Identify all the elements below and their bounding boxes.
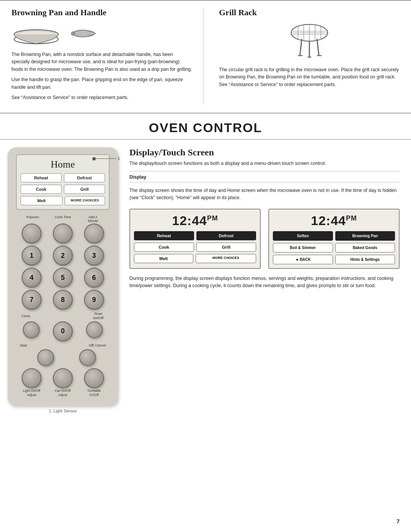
screen2-pm: PM: [346, 214, 357, 222]
cook-time-label: Cook Time: [53, 215, 73, 223]
num-4-btn[interactable]: 4: [22, 268, 41, 288]
home-grill-btn[interactable]: Grill: [64, 185, 105, 194]
screen2-back-btn[interactable]: ◄ BACK: [273, 255, 333, 264]
start-btn[interactable]: [37, 349, 54, 366]
clock-btn[interactable]: [23, 321, 40, 338]
num-0-btn[interactable]: 0: [53, 321, 73, 341]
sensor-line: [96, 158, 116, 159]
home-btn-row-3: Melt MORE CHOICES: [21, 196, 105, 205]
num-5-btn[interactable]: 5: [53, 268, 73, 288]
spacer2: [61, 349, 72, 366]
timer-btn[interactable]: [86, 321, 103, 338]
screen1-time-val: 12:44: [172, 213, 207, 228]
svg-point-3: [71, 32, 75, 35]
screen1-row1: Reheat Defrost: [134, 231, 256, 240]
grill-rack-desc: The circular grill rack is for grilling …: [219, 66, 400, 88]
popcorn-label: Popcorn: [23, 215, 43, 223]
screen2-row3: ◄ BACK Hints & Settings: [273, 255, 395, 264]
display-desc: The display screen shows the time of day…: [129, 187, 400, 202]
screen1-row3: Melt MORE CHOICES: [134, 254, 256, 263]
display-label: Display: [129, 174, 146, 180]
home-more-choices-btn[interactable]: MORE CHOICES: [65, 196, 105, 205]
num-2-btn[interactable]: 2: [53, 246, 73, 265]
off-cancel-label: Off/ Cancel: [89, 343, 106, 348]
grill-rack-illustration: [287, 22, 332, 60]
screen1-defrost-btn[interactable]: Defrost: [196, 231, 256, 240]
home-defrost-btn[interactable]: Defrost: [64, 173, 105, 182]
num-3-btn[interactable]: 3: [84, 246, 104, 265]
display-label-bar: Display: [129, 171, 400, 182]
top-btn-labels: Popcorn Cook Time Add A Minute: [16, 215, 110, 223]
clock-timer-label-row: Clock Timer Set/Off: [16, 312, 110, 320]
browning-pan-desc1: The Browning Pan, with a nonstick surfac…: [11, 51, 192, 73]
screen1-more-btn[interactable]: MORE CHOICES: [196, 254, 256, 263]
screen1-grill-btn[interactable]: Grill: [196, 243, 256, 252]
numpad-section: 1 2 3 4 5 6 7 8 9: [16, 246, 110, 310]
oven-main-content: 1 Home Reheat Defrost Cook Grill Melt MO…: [0, 140, 411, 420]
screen2-soften-btn[interactable]: Soften: [273, 231, 333, 241]
bottom-btn-labels: Light On/Off Adjust Fan On/Off Adjust Tu…: [16, 389, 110, 397]
clock-label: Clock: [18, 314, 33, 318]
num-8-btn[interactable]: 8: [53, 290, 73, 310]
keypad-container: 1 Home Reheat Defrost Cook Grill Melt MO…: [8, 147, 118, 413]
screen2-box: 12:44PM Soften Browning Pan Boil & Simme…: [268, 209, 400, 269]
keypad-footnote: 1. Light Sensor: [8, 409, 118, 413]
screen1-cook-btn[interactable]: Cook: [134, 243, 194, 252]
screen2-row1: Soften Browning Pan: [273, 231, 395, 241]
popcorn-btn[interactable]: [22, 224, 41, 243]
browning-pan-desc3: See “Assistance or Service” to order rep…: [11, 94, 192, 101]
grill-rack-image: [219, 22, 400, 60]
home-btn-row-1: Reheat Defrost: [21, 173, 105, 182]
fan-btn[interactable]: [53, 368, 73, 388]
light-btn[interactable]: [22, 368, 41, 388]
home-reheat-btn[interactable]: Reheat: [21, 173, 62, 182]
grill-rack-title: Grill Rack: [219, 8, 400, 18]
numpad-row-2: 4 5 6: [16, 268, 110, 288]
add-minute-btn[interactable]: [84, 224, 104, 243]
timer-label: Timer Set/Off: [89, 312, 107, 320]
numpad-row-3: 7 8 9: [16, 290, 110, 310]
home-cook-btn[interactable]: Cook: [21, 185, 62, 194]
screens-row: 12:44PM Reheat Defrost Cook Grill Melt M…: [129, 209, 400, 269]
browning-pan-image: [11, 22, 192, 45]
start-label: Start: [20, 343, 27, 347]
add-minute-label: Add A Minute: [83, 215, 103, 223]
screen2-browning-pan-btn[interactable]: Browning Pan: [335, 231, 395, 241]
num-1-btn[interactable]: 1: [22, 246, 41, 265]
oven-control-title: OVEN CONTROL: [0, 113, 411, 140]
svg-line-14: [317, 39, 319, 56]
bottom-round-btn-row: [16, 368, 110, 388]
screen1-row2: Cook Grill: [134, 243, 256, 252]
screen2-boil-simmer-btn[interactable]: Boil & Simmer: [273, 243, 333, 252]
clock-zero-timer-row: 0: [16, 321, 110, 341]
fan-btn-label: Fan On/Off Adjust: [51, 389, 74, 397]
screen1-time: 12:44PM: [134, 213, 256, 228]
screen2-time-val: 12:44: [311, 213, 346, 228]
spacer: [19, 349, 31, 366]
screen1-melt-btn[interactable]: Melt: [134, 254, 193, 263]
display-touch-title: Display/Touch Screen: [129, 147, 400, 158]
turntable-btn[interactable]: [84, 368, 104, 388]
cook-time-btn[interactable]: [53, 224, 73, 243]
numpad-row-1: 1 2 3: [16, 246, 110, 265]
right-content: Display/Touch Screen The display/touch s…: [129, 147, 400, 413]
start-cancel-label-row: Start Off/ Cancel: [16, 343, 110, 348]
num-6-btn[interactable]: 6: [84, 268, 104, 288]
grill-rack-section: Grill Rack: [204, 8, 400, 104]
page-number: 7: [397, 518, 400, 524]
off-cancel-btn[interactable]: [79, 349, 96, 366]
top-section: Browning Pan and Handle The Browning Pan…: [0, 0, 411, 113]
screen1-reheat-btn[interactable]: Reheat: [134, 231, 194, 240]
screen2-baked-goods-btn[interactable]: Baked Goods: [335, 243, 395, 252]
light-btn-label: Light On/Off Adjust: [20, 389, 43, 397]
home-melt-btn[interactable]: Melt: [21, 196, 62, 205]
num-7-btn[interactable]: 7: [22, 290, 41, 310]
during-prog-text: During programming, the display screen d…: [129, 275, 400, 290]
screen2-hints-settings-btn[interactable]: Hints & Settings: [335, 255, 395, 264]
num-9-btn[interactable]: 9: [84, 290, 104, 310]
spacer3: [102, 349, 106, 366]
browning-pan-desc2: Use the handle to grasp the pan. Place g…: [11, 76, 192, 91]
home-btn-row-2: Cook Grill: [21, 185, 105, 194]
screen1-box: 12:44PM Reheat Defrost Cook Grill Melt M…: [129, 209, 261, 269]
start-cancel-btn-row: [16, 349, 110, 366]
